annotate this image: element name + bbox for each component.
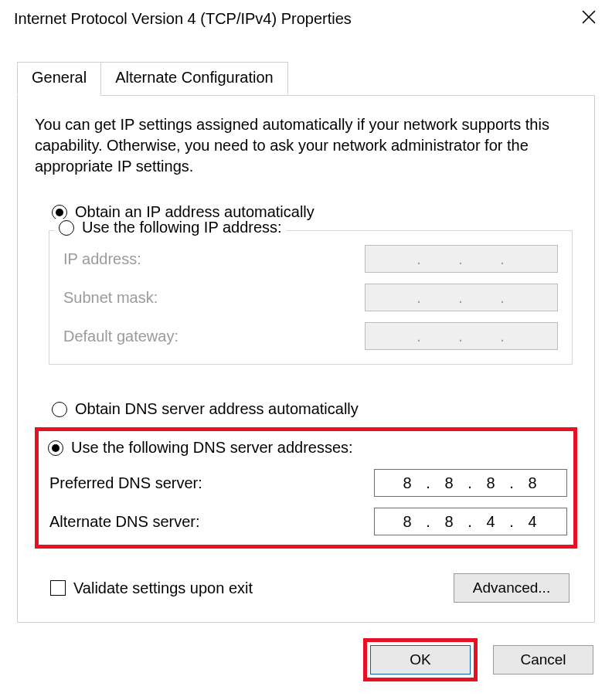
label-alternate-dns: Alternate DNS server: <box>49 513 374 531</box>
input-default-gateway: . . . <box>365 322 558 350</box>
label-subnet-mask: Subnet mask: <box>63 289 365 307</box>
radio-use-following-dns[interactable] <box>48 440 63 456</box>
panel-bottom-row: Validate settings upon exit Advanced... <box>35 573 577 603</box>
cancel-button[interactable]: Cancel <box>493 645 593 675</box>
input-alternate-dns[interactable]: 8. 8. 4. 4 <box>374 508 567 535</box>
group-ip-manual-legend[interactable]: Use the following IP address: <box>54 219 287 236</box>
input-subnet-mask: . . . <box>365 284 558 311</box>
radio-obtain-dns-auto[interactable] <box>52 402 67 417</box>
tab-alternate-configuration[interactable]: Alternate Configuration <box>100 62 288 94</box>
ok-button[interactable]: OK <box>370 645 471 675</box>
window-title: Internet Protocol Version 4 (TCP/IPv4) P… <box>14 10 352 28</box>
advanced-button-label: Advanced... <box>473 579 550 596</box>
highlight-dns-section: Use the following DNS server addresses: … <box>35 427 577 549</box>
ok-button-label: OK <box>410 651 430 668</box>
group-ip-manual: Use the following IP address: IP address… <box>49 230 573 365</box>
label-preferred-dns: Preferred DNS server: <box>49 474 374 492</box>
description-text: You can get IP settings assigned automat… <box>35 114 577 177</box>
tab-general[interactable]: General <box>17 62 101 94</box>
tab-strip: General Alternate Configuration <box>17 62 595 94</box>
tab-general-label: General <box>32 69 87 86</box>
checkbox-row-validate[interactable]: Validate settings upon exit <box>50 579 253 597</box>
input-ip-address: . . . <box>365 245 558 273</box>
input-preferred-dns[interactable]: 8. 8. 8. 8 <box>374 469 567 497</box>
close-button[interactable] <box>566 0 612 37</box>
close-icon <box>582 10 596 27</box>
cancel-button-label: Cancel <box>520 651 566 668</box>
radio-use-following-ip-label: Use the following IP address: <box>82 219 282 236</box>
radio-obtain-dns-auto-label: Obtain DNS server address automatically <box>75 400 359 418</box>
tab-alternate-label: Alternate Configuration <box>115 69 274 86</box>
advanced-button[interactable]: Advanced... <box>454 573 570 603</box>
radio-row-obtain-dns-auto[interactable]: Obtain DNS server address automatically <box>35 400 577 418</box>
checkbox-validate-on-exit[interactable] <box>50 580 66 596</box>
radio-use-following-dns-label: Use the following DNS server addresses: <box>71 439 353 457</box>
dialog-footer: OK Cancel <box>363 638 593 681</box>
label-default-gateway: Default gateway: <box>63 328 365 345</box>
title-bar: Internet Protocol Version 4 (TCP/IPv4) P… <box>0 0 612 37</box>
radio-use-following-ip[interactable] <box>59 220 74 236</box>
radio-row-use-following-dns[interactable]: Use the following DNS server addresses: <box>45 439 567 457</box>
highlight-ok-button: OK <box>363 638 478 681</box>
checkbox-validate-label: Validate settings upon exit <box>73 579 253 597</box>
radio-obtain-ip-auto[interactable] <box>52 205 67 220</box>
label-ip-address: IP address: <box>63 250 365 268</box>
tab-panel-general: You can get IP settings assigned automat… <box>17 95 595 623</box>
